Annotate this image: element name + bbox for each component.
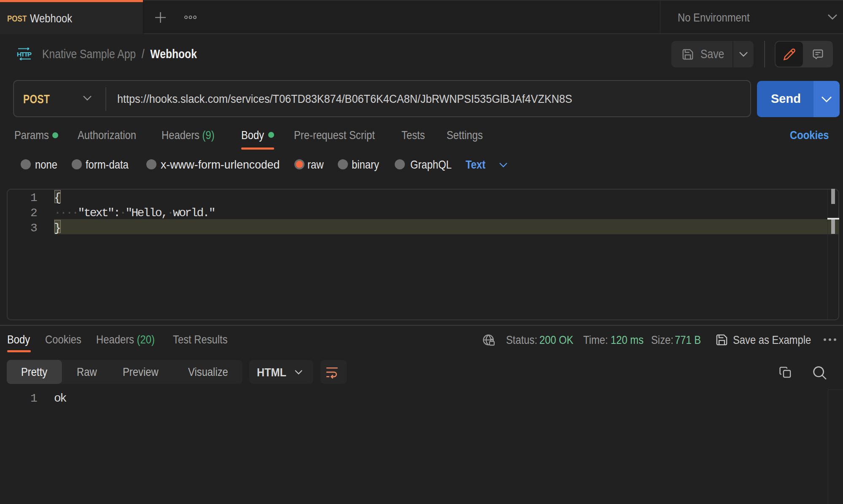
svg-text:HTTP: HTTP bbox=[17, 51, 32, 58]
